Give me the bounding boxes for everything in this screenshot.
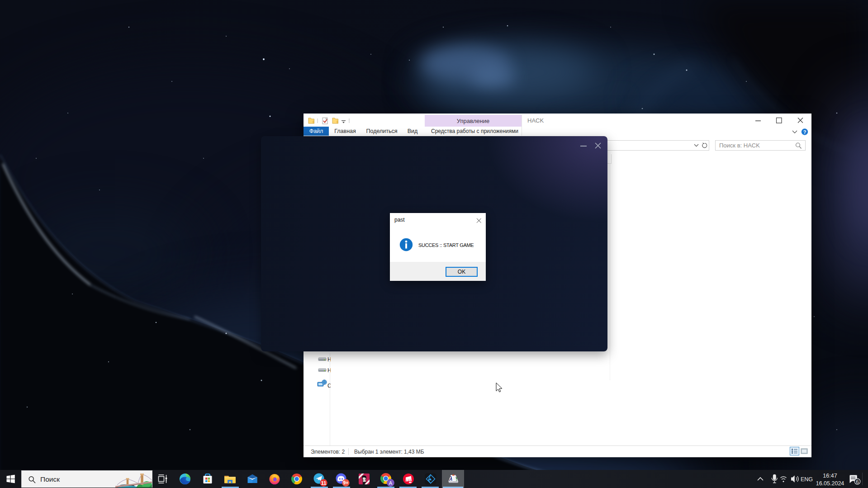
svg-text:λ: λ bbox=[449, 475, 452, 482]
svg-text:9+: 9+ bbox=[343, 480, 349, 485]
svg-text:?: ? bbox=[803, 129, 806, 135]
svg-text:ENG: ENG bbox=[801, 476, 813, 483]
svg-text:A: A bbox=[389, 480, 393, 486]
svg-text:6: 6 bbox=[856, 479, 859, 484]
svg-text:16.05.2024: 16.05.2024 bbox=[816, 480, 844, 487]
svg-text:16:47: 16:47 bbox=[823, 473, 837, 479]
svg-text:11: 11 bbox=[321, 480, 327, 486]
